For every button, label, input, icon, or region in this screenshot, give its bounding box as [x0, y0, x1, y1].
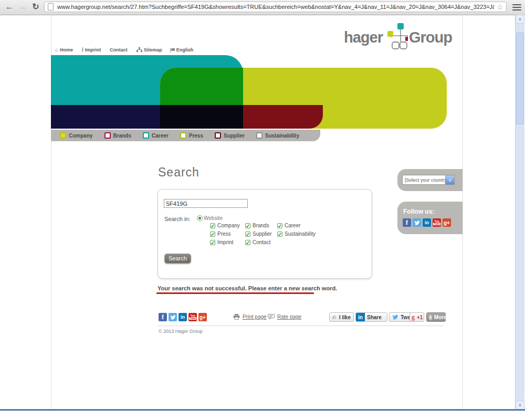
more-share-button[interactable]: + More: [426, 312, 446, 322]
sitemap-icon: [136, 47, 142, 52]
checkbox-checked-icon: [210, 232, 215, 237]
google-g-icon: g: [412, 313, 415, 321]
vertical-scrollbar[interactable]: [515, 15, 524, 410]
linkedin-icon[interactable]: in: [423, 218, 431, 227]
browser-toolbar: www.hagergroup.net/search/27.htm?Suchbeg…: [0, 0, 525, 15]
print-page-link[interactable]: Print page: [233, 314, 267, 320]
main-nav-brands[interactable]: Brands: [104, 132, 131, 139]
nav-contact[interactable]: Contact: [110, 47, 128, 52]
feedback-bubble-icon: [268, 314, 275, 320]
checkbox-press[interactable]: Press: [210, 230, 245, 237]
home-icon: [55, 47, 58, 52]
company-square-icon: [60, 132, 66, 139]
browser-window: www.hagergroup.net/search/27.htm?Suchbeg…: [0, 0, 525, 420]
nav-sitemap[interactable]: Sitemap: [136, 47, 162, 52]
scroll-up-icon[interactable]: [516, 15, 524, 24]
follow-us-label: Follow us:: [403, 208, 434, 215]
logo-word-group: Group: [409, 24, 452, 50]
twitter-icon[interactable]: [413, 218, 421, 227]
checkbox-sustainability[interactable]: Sustainability: [277, 230, 316, 237]
brands-square-icon: [104, 132, 111, 139]
youtube-icon[interactable]: You Tube: [433, 218, 441, 227]
checkbox-checked-icon: [277, 223, 282, 228]
checkbox-checked-icon: [245, 240, 250, 245]
bookmark-star-icon[interactable]: [497, 3, 503, 11]
website-radio[interactable]: Website: [197, 215, 223, 221]
main-nav-supplier[interactable]: Supplier: [215, 132, 245, 139]
rate-page-link[interactable]: Rate page: [268, 314, 301, 320]
page-title: Search: [158, 165, 200, 180]
scope-checkbox-grid: Company Brands Career Press Supplier Sus…: [210, 222, 316, 246]
checkbox-checked-icon: [245, 232, 250, 237]
utility-nav: Home Imprint Contact Sitemap English: [55, 47, 193, 52]
sustainability-square-icon: [256, 132, 262, 139]
content-right-border: [463, 15, 463, 410]
search-error-message: Your search was not successful. Please e…: [158, 285, 337, 291]
twitter-bird-icon: [392, 314, 398, 320]
radio-selected-icon: [197, 215, 203, 221]
checkbox-career[interactable]: Career: [277, 222, 316, 229]
nav-home[interactable]: Home: [55, 47, 73, 52]
checkbox-checked-icon: [210, 223, 215, 228]
scroll-down-icon[interactable]: [516, 401, 524, 410]
main-nav-company[interactable]: Company: [60, 132, 93, 139]
hager-group-logo: hager Group: [344, 23, 452, 50]
banner-navy-block: [51, 105, 160, 129]
country-select[interactable]: [Select your country]: [402, 175, 455, 185]
checkbox-checked-icon: [277, 232, 282, 237]
browser-menu-icon[interactable]: [512, 4, 521, 10]
follow-us-panel: Follow us: f in You Tube g+: [397, 202, 463, 234]
footer-social-icons: f in You Tube g+: [159, 313, 207, 321]
follow-social-icons: f in You Tube g+: [403, 218, 451, 227]
google-plusone-button[interactable]: g +1: [410, 312, 424, 322]
googleplus-icon[interactable]: g+: [198, 313, 207, 321]
back-button[interactable]: [4, 2, 15, 12]
footer-divider: [158, 326, 444, 326]
main-nav-bar: Company Brands Career Press Supplier Sus…: [51, 130, 320, 141]
googleplus-icon[interactable]: g+: [443, 218, 451, 227]
banner-green-block: [160, 68, 243, 105]
checkbox-company[interactable]: Company: [210, 222, 245, 229]
language-flag-icon: [171, 48, 175, 51]
page-icon: [48, 3, 54, 10]
youtube-icon[interactable]: You Tube: [188, 313, 197, 321]
address-bar[interactable]: www.hagergroup.net/search/27.htm?Suchbeg…: [44, 2, 507, 12]
search-button[interactable]: Search: [164, 254, 191, 264]
info-icon: [82, 47, 83, 52]
checkbox-brands[interactable]: Brands: [245, 222, 277, 229]
banner-dark-block: [160, 105, 243, 129]
linkedin-icon[interactable]: in: [178, 313, 187, 321]
linkedin-share-button[interactable]: in Share: [355, 312, 387, 322]
plus-icon: +: [429, 314, 432, 320]
nav-imprint[interactable]: Imprint: [82, 47, 101, 52]
logo-word-hager: hager: [344, 24, 383, 50]
main-nav-sustainability[interactable]: Sustainability: [256, 132, 299, 139]
supplier-square-icon: [215, 132, 221, 139]
main-nav-press[interactable]: Press: [180, 132, 203, 139]
career-square-icon: [143, 132, 149, 139]
search-input[interactable]: [164, 199, 248, 208]
country-selector-panel: [Select your country]: [397, 169, 463, 191]
facebook-icon[interactable]: f: [403, 218, 411, 227]
logo-squares-icon: [384, 23, 408, 50]
chevron-down-icon[interactable]: [445, 175, 454, 184]
linkedin-in-icon: in: [356, 313, 365, 321]
checkbox-supplier[interactable]: Supplier: [245, 230, 277, 237]
scrollbar-thumb[interactable]: [516, 33, 524, 124]
facebook-icon[interactable]: f: [159, 313, 167, 321]
facebook-like-button[interactable]: I like: [329, 312, 354, 322]
printer-icon: [233, 314, 240, 320]
search-form: Search in: Website Company Brands Career…: [158, 189, 372, 279]
search-in-label: Search in:: [164, 216, 191, 222]
error-underline: [156, 292, 314, 294]
main-nav-career[interactable]: Career: [143, 132, 169, 139]
checkbox-contact[interactable]: Contact: [245, 239, 277, 246]
checkbox-imprint[interactable]: Imprint: [210, 239, 245, 246]
reload-button[interactable]: [30, 2, 41, 12]
twitter-icon[interactable]: [169, 313, 177, 321]
nav-language[interactable]: English: [171, 47, 194, 52]
forward-button[interactable]: [17, 2, 28, 12]
url-text[interactable]: www.hagergroup.net/search/27.htm?Suchbeg…: [57, 4, 494, 10]
checkbox-checked-icon: [210, 240, 215, 245]
press-square-icon: [180, 132, 186, 139]
